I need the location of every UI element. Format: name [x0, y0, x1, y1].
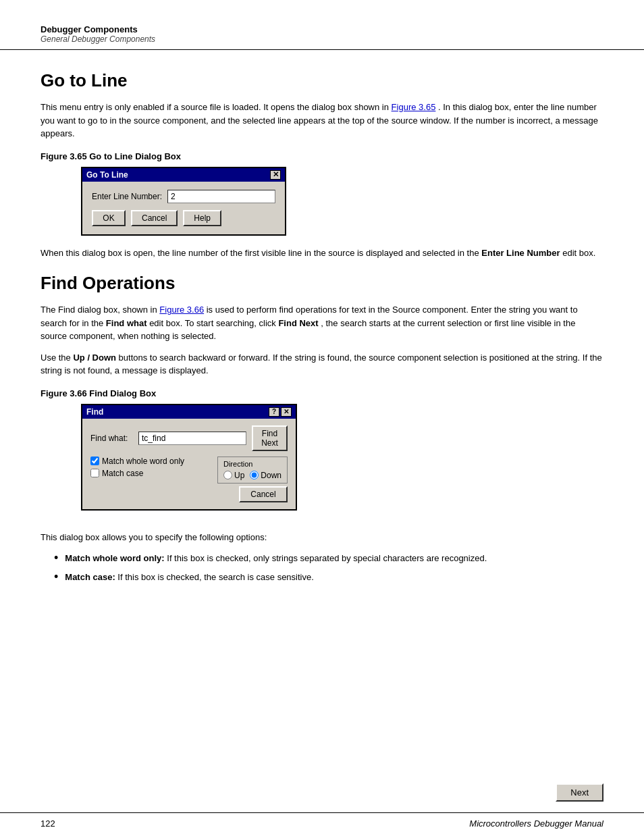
direction-radios: Up Down: [223, 471, 281, 480]
go-to-line-dialog: Go To Line ✕ Enter Line Number: OK Cance…: [81, 167, 286, 236]
header-bar: Debugger Components General Debugger Com…: [0, 0, 644, 50]
titlebar-icons: ? ✕: [269, 407, 292, 417]
find-titlebar: Find ? ✕: [82, 405, 296, 419]
bullet-2-text: If this box is checked, the search is ca…: [117, 572, 313, 582]
help-button[interactable]: Help: [183, 210, 221, 226]
figure-3-65-link[interactable]: Figure 3.65: [392, 102, 436, 112]
down-radio-row: Down: [250, 471, 281, 480]
match-case-row: Match case: [90, 469, 212, 478]
figure-3-66-link[interactable]: Figure 3.66: [159, 305, 204, 315]
find-title: Find: [86, 407, 103, 417]
bullet-2-bold: Match case:: [65, 572, 115, 582]
find-body: Find what: Find Next Match whole word on…: [82, 419, 296, 509]
header-subcategory: General Debugger Components: [41, 34, 603, 44]
section2-title: Find Operations: [41, 273, 603, 294]
find-next-button[interactable]: Find Next: [252, 425, 288, 451]
down-label: Down: [261, 471, 281, 480]
section2-para2: Use the Up / Down buttons to search back…: [41, 351, 603, 377]
header-category: Debugger Components: [41, 24, 603, 34]
go-to-line-titlebar: Go To Line ✕: [82, 168, 285, 182]
find-lower: Match whole word only Match case Directi…: [90, 457, 288, 502]
section1-title: Go to Line: [41, 70, 603, 91]
close-icon[interactable]: ✕: [270, 170, 281, 180]
cancel-button[interactable]: Cancel: [239, 486, 288, 502]
section1-intro: This menu entry is only enabled if a sou…: [41, 101, 603, 140]
go-to-line-body: Enter Line Number: OK Cancel Help: [82, 182, 285, 234]
match-case-label: Match case: [102, 469, 143, 478]
next-button[interactable]: Next: [556, 783, 603, 802]
find-dialog-container: Find ? ✕ Find what: Find Next: [81, 404, 297, 511]
go-to-line-title: Go To Line: [86, 170, 128, 180]
line-number-input[interactable]: [167, 190, 275, 203]
match-whole-word-checkbox[interactable]: [90, 457, 99, 465]
line-number-row: Enter Line Number:: [92, 190, 275, 203]
bullet-item-2: • Match case: If this box is checked, th…: [54, 571, 603, 584]
help-icon[interactable]: ?: [269, 407, 279, 417]
go-to-line-buttons: OK Cancel Help: [92, 210, 275, 226]
bullet-dot-1: •: [54, 552, 58, 565]
match-whole-word-label: Match whole word only: [102, 457, 184, 466]
go-to-line-dialog-container: Go To Line ✕ Enter Line Number: OK Cance…: [81, 167, 286, 236]
figure-3-66-label: Figure 3.66 Find Dialog Box: [41, 388, 603, 398]
bullet-1-bold: Match whole word only:: [65, 553, 164, 563]
find-what-row: Find what: Find Next: [90, 425, 288, 451]
find-checkboxes: Match whole word only Match case: [90, 457, 212, 502]
match-whole-word-row: Match whole word only: [90, 457, 212, 466]
find-what-input[interactable]: [138, 432, 246, 445]
ok-button[interactable]: OK: [92, 210, 126, 226]
nav-buttons: Next: [0, 773, 644, 812]
figure-3-65-label: Figure 3.65 Go to Line Dialog Box: [41, 151, 603, 161]
section2-after: This dialog box allows you to specify th…: [41, 531, 603, 544]
up-label: Up: [234, 471, 244, 480]
find-dialog: Find ? ✕ Find what: Find Next: [81, 404, 297, 511]
bullet-list: • Match whole word only: If this box is …: [54, 552, 603, 583]
up-down-bold: Up / Down: [73, 353, 116, 363]
match-case-checkbox[interactable]: [90, 469, 99, 477]
bullet-item-1: • Match whole word only: If this box is …: [54, 552, 603, 565]
bullet-dot-2: •: [54, 571, 58, 584]
page: Debugger Components General Debugger Com…: [0, 0, 644, 834]
find-what-label: Find what:: [90, 434, 134, 443]
footer-title: Microcontrollers Debugger Manual: [469, 818, 603, 829]
up-radio-row: Up: [223, 471, 244, 480]
page-number: 122: [41, 818, 55, 829]
find-next-bold: Find Next: [278, 318, 318, 328]
find-what-bold: Find what: [106, 318, 147, 328]
bullet-text-2: Match case: If this box is checked, the …: [65, 571, 603, 584]
section2-para1: The Find dialog box, shown in Figure 3.6…: [41, 303, 603, 343]
direction-group: Direction Up Down: [217, 457, 288, 484]
down-radio[interactable]: [250, 471, 259, 479]
content-area: Go to Line This menu entry is only enabl…: [0, 50, 644, 773]
line-number-label: Enter Line Number:: [92, 192, 162, 201]
up-radio[interactable]: [223, 471, 232, 479]
enter-line-number-bold: Enter Line Number: [481, 248, 560, 258]
bullet-text-1: Match whole word only: If this box is ch…: [65, 552, 603, 565]
direction-legend: Direction: [223, 460, 281, 468]
close-icon[interactable]: ✕: [281, 407, 292, 417]
cancel-button[interactable]: Cancel: [131, 210, 178, 226]
bullet-1-text: If this box is checked, only strings sep…: [167, 553, 487, 563]
footer: 122 Microcontrollers Debugger Manual: [0, 812, 644, 834]
section1-after-text: When this dialog box is open, the line n…: [41, 246, 603, 260]
